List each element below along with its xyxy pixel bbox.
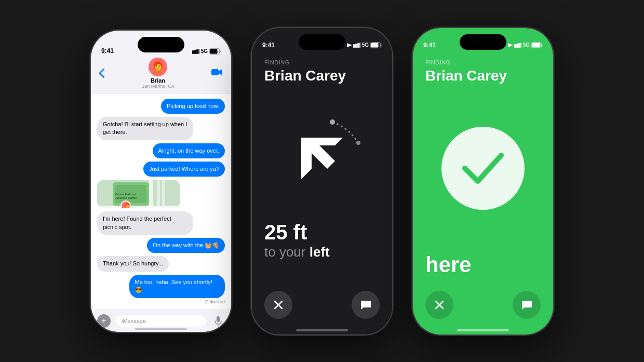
home-indicator-2: [296, 329, 348, 331]
svg-rect-25: [217, 316, 220, 322]
message-bubble: Gotcha! I'll start setting up when I get…: [97, 117, 193, 140]
svg-point-34: [330, 119, 335, 125]
message-button-green[interactable]: [513, 291, 541, 319]
svg-rect-5: [210, 49, 218, 53]
direction-indicator: [270, 106, 374, 210]
contact-location: San Marino, CA: [141, 84, 175, 89]
map-preview: Central Park and Japanese Garden NINTH A…: [97, 180, 180, 208]
distance-direction: to your left: [264, 244, 330, 260]
home-indicator-3: [457, 329, 509, 331]
close-button-green[interactable]: [425, 291, 453, 319]
iphone-messages: 9:41 5G 🧑‍🦰 Brian San Marino, CA: [91, 31, 231, 332]
status-time-2: 9:41: [262, 42, 347, 49]
direction-word: left: [310, 244, 330, 260]
message-bubble: Me too, haha. See you shortly! 😎: [129, 275, 225, 298]
scene: 9:41 5G 🧑‍🦰 Brian San Marino, CA: [0, 0, 644, 362]
svg-rect-31: [359, 43, 360, 48]
message-button-dark[interactable]: [352, 291, 380, 319]
svg-rect-3: [198, 49, 199, 54]
svg-rect-28: [353, 44, 355, 48]
checkmark-circle: [441, 127, 525, 210]
svg-point-35: [356, 141, 360, 145]
svg-text:🧑‍🦰: 🧑‍🦰: [124, 203, 131, 208]
svg-rect-41: [518, 43, 520, 48]
delivered-status: Delivered: [205, 299, 225, 304]
finding-name-green: Brian Carey: [425, 68, 541, 84]
dictation-button[interactable]: [211, 314, 225, 328]
contact-avatar: 🧑‍🦰: [149, 58, 167, 76]
messages-screen: 9:41 5G 🧑‍🦰 Brian San Marino, CA: [91, 31, 231, 332]
svg-marker-38: [508, 43, 513, 47]
message-bubble: Thank you! So hungry...: [97, 256, 169, 271]
svg-text:NINTH AVE: NINTH AVE: [152, 207, 163, 208]
message-bubble: On the way with the 🧺🍕: [147, 238, 225, 253]
svg-rect-29: [355, 44, 357, 48]
distance-value: 25 ft: [264, 221, 330, 244]
finding-name-dark: Brian Carey: [264, 68, 380, 84]
finding-footer-green: [413, 283, 553, 334]
contact-name: Brian: [151, 77, 165, 84]
svg-rect-39: [514, 44, 516, 48]
svg-marker-27: [347, 43, 352, 47]
message-bubble: I'm here! Found the perfect picnic spot.: [97, 211, 193, 235]
checkmark-icon: [460, 150, 506, 186]
facetime-button[interactable]: [211, 67, 223, 79]
svg-text:Central Park and: Central Park and: [115, 193, 136, 196]
message-bubble: Picking up food now.: [161, 99, 225, 114]
svg-rect-40: [516, 44, 518, 48]
svg-rect-10: [97, 206, 180, 208]
checkmark-container: [413, 84, 553, 252]
svg-rect-44: [532, 43, 541, 47]
message-bubble: Alright, on the way over.: [153, 143, 225, 158]
svg-text:Japanese Garden: Japanese Garden: [115, 196, 137, 199]
close-button-dark[interactable]: [264, 291, 292, 319]
status-time-1: 9:41: [101, 47, 192, 55]
finding-label-dark: FINDING: [264, 59, 380, 65]
svg-rect-1: [194, 50, 196, 54]
svg-rect-42: [520, 43, 521, 48]
finding-dark-screen: 9:41 5G FINDING Brian Carey: [252, 28, 392, 334]
message-input[interactable]: iMessage: [115, 315, 207, 327]
svg-rect-6: [211, 69, 219, 75]
svg-rect-13: [149, 180, 153, 208]
finding-label-green: FINDING: [425, 59, 541, 65]
finding-green-screen: 9:41 5G FINDING Brian Carey: [413, 28, 553, 334]
finding-body-dark: 25 ft to your left: [252, 84, 392, 283]
finding-footer-dark: [252, 283, 392, 334]
iphone-finding-green: 9:41 5G FINDING Brian Carey: [413, 28, 553, 334]
svg-rect-33: [371, 43, 379, 47]
svg-rect-15: [162, 180, 165, 208]
message-bubble: Just parked! Where are ya?: [143, 162, 225, 177]
back-button[interactable]: [99, 69, 104, 78]
here-label: here: [413, 252, 472, 283]
add-attachment-button[interactable]: +: [97, 314, 111, 328]
svg-rect-2: [196, 49, 198, 54]
home-indicator: [135, 328, 187, 330]
status-time-3: 9:41: [423, 42, 508, 49]
finding-distance: 25 ft to your left: [252, 221, 330, 260]
svg-rect-14: [157, 180, 160, 208]
svg-rect-30: [357, 43, 359, 48]
iphone-finding-dark: 9:41 5G FINDING Brian Carey: [252, 28, 392, 334]
messages-body: Picking up food now. Gotcha! I'll start …: [91, 93, 231, 310]
contact-info[interactable]: 🧑‍🦰 Brian San Marino, CA: [109, 58, 207, 89]
svg-rect-0: [192, 50, 194, 54]
map-bubble[interactable]: Central Park and Japanese Garden NINTH A…: [97, 180, 180, 208]
